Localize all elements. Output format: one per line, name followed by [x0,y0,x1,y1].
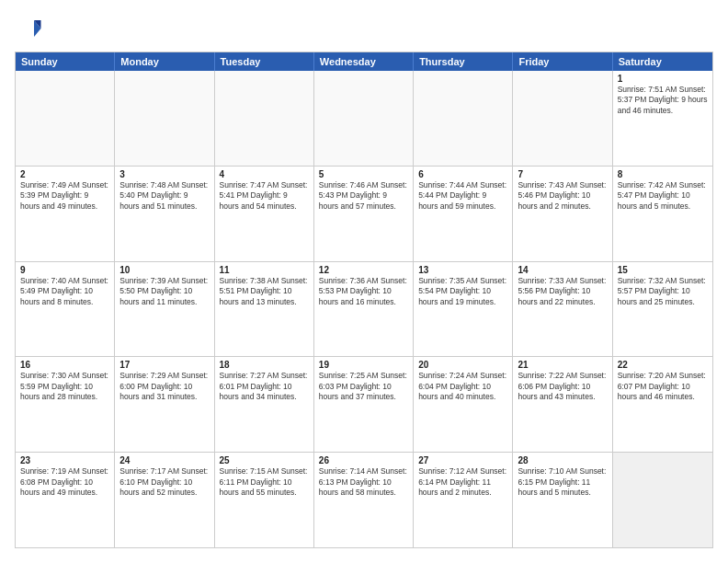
calendar-cell: 25Sunrise: 7:15 AM Sunset: 6:11 PM Dayli… [215,453,314,547]
calendar-cell: 16Sunrise: 7:30 AM Sunset: 5:59 PM Dayli… [16,357,115,452]
day-info: Sunrise: 7:27 AM Sunset: 6:01 PM Dayligh… [220,371,309,402]
day-number: 17 [119,360,209,370]
weekday-header: Wednesday [314,52,414,71]
day-number: 22 [618,360,708,370]
calendar-cell: 27Sunrise: 7:12 AM Sunset: 6:14 PM Dayli… [414,453,513,547]
day-info: Sunrise: 7:32 AM Sunset: 5:57 PM Dayligh… [618,276,708,307]
calendar-cell: 24Sunrise: 7:17 AM Sunset: 6:10 PM Dayli… [115,453,214,547]
day-info: Sunrise: 7:47 AM Sunset: 5:41 PM Dayligh… [220,180,309,212]
weekday-header: Monday [115,52,214,71]
calendar-cell: 2Sunrise: 7:49 AM Sunset: 5:39 PM Daylig… [16,167,115,261]
day-number: 16 [20,360,109,370]
calendar: SundayMondayTuesdayWednesdayThursdayFrid… [15,52,713,548]
day-number: 7 [518,169,607,179]
logo-icon [15,15,42,42]
calendar-row: 23Sunrise: 7:19 AM Sunset: 6:08 PM Dayli… [16,452,712,547]
day-info: Sunrise: 7:10 AM Sunset: 6:15 PM Dayligh… [518,466,607,498]
calendar-cell [513,71,612,166]
day-info: Sunrise: 7:46 AM Sunset: 5:43 PM Dayligh… [319,180,408,212]
calendar-row: 16Sunrise: 7:30 AM Sunset: 5:59 PM Dayli… [16,356,712,452]
day-number: 4 [220,169,309,179]
day-info: Sunrise: 7:44 AM Sunset: 5:44 PM Dayligh… [418,180,507,212]
calendar-cell [414,71,513,166]
calendar-cell: 10Sunrise: 7:39 AM Sunset: 5:50 PM Dayli… [115,262,214,357]
calendar-row: 9Sunrise: 7:40 AM Sunset: 5:49 PM Daylig… [16,261,712,357]
calendar-cell: 21Sunrise: 7:22 AM Sunset: 6:06 PM Dayli… [513,357,612,452]
calendar-cell: 12Sunrise: 7:36 AM Sunset: 5:53 PM Dayli… [314,262,414,357]
calendar-row: 2Sunrise: 7:49 AM Sunset: 5:39 PM Daylig… [16,166,712,261]
day-info: Sunrise: 7:42 AM Sunset: 5:47 PM Dayligh… [618,180,708,212]
calendar-header: SundayMondayTuesdayWednesdayThursdayFrid… [16,52,712,71]
calendar-cell: 11Sunrise: 7:38 AM Sunset: 5:51 PM Dayli… [215,262,314,357]
day-info: Sunrise: 7:29 AM Sunset: 6:00 PM Dayligh… [119,371,209,402]
weekday-header: Friday [513,52,612,71]
calendar-cell [215,71,314,166]
day-number: 27 [418,455,507,465]
calendar-cell: 5Sunrise: 7:46 AM Sunset: 5:43 PM Daylig… [314,167,414,261]
calendar-cell: 20Sunrise: 7:24 AM Sunset: 6:04 PM Dayli… [414,357,513,452]
day-number: 11 [220,265,309,275]
day-number: 9 [20,265,109,275]
day-info: Sunrise: 7:30 AM Sunset: 5:59 PM Dayligh… [20,371,109,402]
day-info: Sunrise: 7:20 AM Sunset: 6:07 PM Dayligh… [618,371,708,402]
calendar-row: 1Sunrise: 7:51 AM Sunset: 5:37 PM Daylig… [16,71,712,166]
day-number: 19 [319,360,408,370]
day-info: Sunrise: 7:48 AM Sunset: 5:40 PM Dayligh… [119,180,209,212]
page: SundayMondayTuesdayWednesdayThursdayFrid… [0,0,728,563]
calendar-cell: 8Sunrise: 7:42 AM Sunset: 5:47 PM Daylig… [613,167,712,261]
day-info: Sunrise: 7:17 AM Sunset: 6:10 PM Dayligh… [119,466,209,498]
day-info: Sunrise: 7:15 AM Sunset: 6:11 PM Dayligh… [220,466,309,498]
day-number: 18 [220,360,309,370]
calendar-cell: 19Sunrise: 7:25 AM Sunset: 6:03 PM Dayli… [314,357,414,452]
calendar-cell: 13Sunrise: 7:35 AM Sunset: 5:54 PM Dayli… [414,262,513,357]
weekday-header: Sunday [16,52,115,71]
calendar-cell [16,71,115,166]
day-number: 3 [119,169,209,179]
day-number: 12 [319,265,408,275]
calendar-cell: 4Sunrise: 7:47 AM Sunset: 5:41 PM Daylig… [215,167,314,261]
calendar-cell [314,71,414,166]
day-number: 25 [220,455,309,465]
day-info: Sunrise: 7:38 AM Sunset: 5:51 PM Dayligh… [220,276,309,307]
day-number: 1 [618,74,708,84]
day-info: Sunrise: 7:33 AM Sunset: 5:56 PM Dayligh… [518,276,607,307]
calendar-cell: 14Sunrise: 7:33 AM Sunset: 5:56 PM Dayli… [513,262,612,357]
weekday-header: Saturday [613,52,712,71]
calendar-cell: 26Sunrise: 7:14 AM Sunset: 6:13 PM Dayli… [314,453,414,547]
day-info: Sunrise: 7:36 AM Sunset: 5:53 PM Dayligh… [319,276,408,307]
calendar-cell: 6Sunrise: 7:44 AM Sunset: 5:44 PM Daylig… [414,167,513,261]
day-info: Sunrise: 7:43 AM Sunset: 5:46 PM Dayligh… [518,180,607,212]
calendar-cell: 9Sunrise: 7:40 AM Sunset: 5:49 PM Daylig… [16,262,115,357]
weekday-header: Thursday [414,52,513,71]
calendar-cell: 3Sunrise: 7:48 AM Sunset: 5:40 PM Daylig… [115,167,214,261]
calendar-cell: 18Sunrise: 7:27 AM Sunset: 6:01 PM Dayli… [215,357,314,452]
calendar-cell: 22Sunrise: 7:20 AM Sunset: 6:07 PM Dayli… [613,357,712,452]
calendar-cell: 15Sunrise: 7:32 AM Sunset: 5:57 PM Dayli… [613,262,712,357]
calendar-cell: 23Sunrise: 7:19 AM Sunset: 6:08 PM Dayli… [16,453,115,547]
day-info: Sunrise: 7:25 AM Sunset: 6:03 PM Dayligh… [319,371,408,402]
day-info: Sunrise: 7:22 AM Sunset: 6:06 PM Dayligh… [518,371,607,402]
day-info: Sunrise: 7:19 AM Sunset: 6:08 PM Dayligh… [20,466,109,498]
calendar-cell: 17Sunrise: 7:29 AM Sunset: 6:00 PM Dayli… [115,357,214,452]
day-number: 8 [618,169,708,179]
day-number: 26 [319,455,408,465]
logo [15,15,44,42]
day-number: 10 [119,265,209,275]
day-number: 24 [119,455,209,465]
weekday-header: Tuesday [215,52,314,71]
calendar-body: 1Sunrise: 7:51 AM Sunset: 5:37 PM Daylig… [16,71,712,547]
day-number: 23 [20,455,109,465]
day-number: 28 [518,455,607,465]
day-number: 21 [518,360,607,370]
calendar-cell [115,71,214,166]
day-number: 6 [418,169,507,179]
day-info: Sunrise: 7:35 AM Sunset: 5:54 PM Dayligh… [418,276,507,307]
day-number: 2 [20,169,109,179]
calendar-cell: 28Sunrise: 7:10 AM Sunset: 6:15 PM Dayli… [513,453,612,547]
day-info: Sunrise: 7:12 AM Sunset: 6:14 PM Dayligh… [418,466,507,498]
day-info: Sunrise: 7:40 AM Sunset: 5:49 PM Dayligh… [20,276,109,307]
day-number: 5 [319,169,408,179]
day-number: 14 [518,265,607,275]
day-number: 20 [418,360,507,370]
calendar-cell: 7Sunrise: 7:43 AM Sunset: 5:46 PM Daylig… [513,167,612,261]
